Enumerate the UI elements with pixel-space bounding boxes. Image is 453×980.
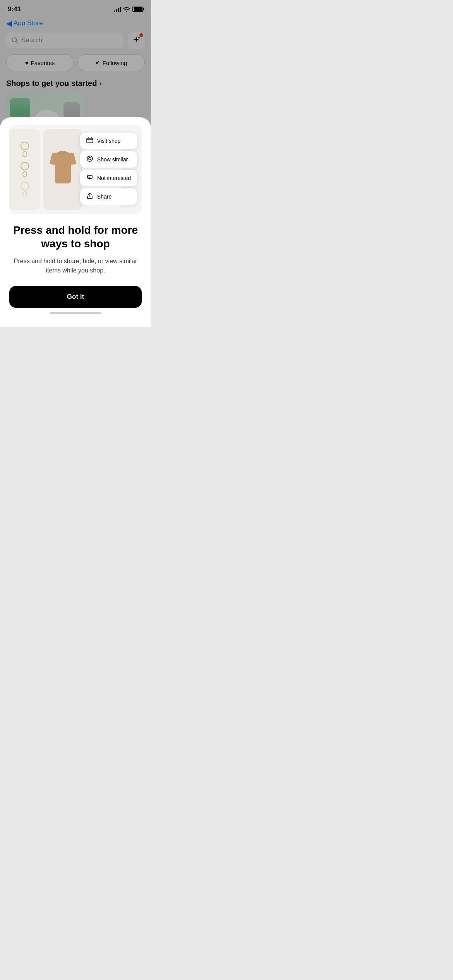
svg-rect-5 (87, 138, 93, 143)
demo-jewelry-card (9, 129, 40, 210)
context-menu-not-interested[interactable]: Not interested (80, 170, 137, 186)
svg-point-7 (89, 158, 91, 160)
show-similar-icon (86, 155, 93, 164)
earring-pair (21, 142, 29, 197)
visit-shop-icon (86, 137, 93, 145)
got-it-button[interactable]: Got it (9, 286, 142, 308)
home-indicator (50, 312, 101, 314)
modal-heading: Press and hold for more ways to shop (9, 223, 142, 250)
got-it-label: Got it (67, 293, 84, 300)
not-interested-label: Not interested (97, 175, 131, 181)
demo-product-card-sweater (43, 129, 82, 210)
not-interested-icon (86, 174, 93, 182)
svg-point-4 (58, 151, 67, 155)
show-similar-label: Show similar (97, 156, 128, 163)
context-menu-visit-shop[interactable]: Visit shop (80, 133, 137, 149)
sweater-image (46, 142, 79, 197)
demo-area: Visit shop Show similar (9, 125, 142, 214)
share-label: Share (97, 194, 112, 200)
visit-shop-label: Visit shop (97, 138, 120, 144)
context-menu: Visit shop Show similar (80, 133, 137, 205)
modal-subtext: Press and hold to share, hide, or view s… (9, 257, 142, 275)
share-icon (86, 192, 93, 201)
context-menu-share[interactable]: Share (80, 188, 137, 205)
context-menu-show-similar[interactable]: Show similar (80, 151, 137, 168)
bottom-sheet: Visit shop Show similar (0, 117, 151, 327)
svg-rect-3 (55, 152, 71, 183)
